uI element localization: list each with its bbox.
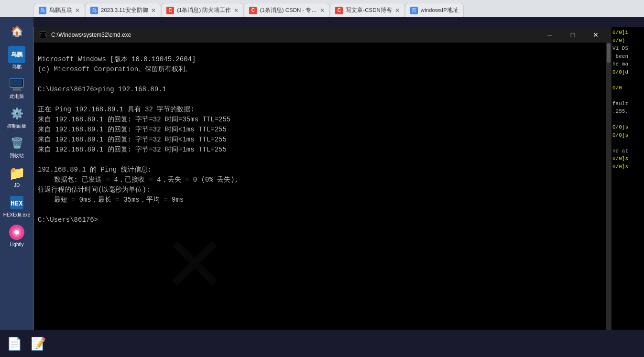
jd-icon: 📁 (8, 164, 25, 182)
lightly-icon (8, 224, 25, 241)
tab-close-4[interactable]: ✕ (320, 7, 325, 14)
cmd-minimize-button[interactable]: ─ (539, 27, 561, 43)
desktop-icon-jd[interactable]: 📁 JD (2, 162, 31, 190)
cmd-scrollbar[interactable] (606, 43, 611, 332)
computer-label: 此电脑 (10, 94, 24, 99)
cmd-window: C:\ C:\Windows\system32\cmd.exe ─ □ ✕ Mi… (33, 27, 612, 333)
tab-security[interactable]: 鸟 2023.3.11安全防御 ✕ (85, 3, 161, 17)
desktop-icon-panel: 🏠 鸟鹏 鸟鹏 此电脑 ⚙️ 控制面板 🗑️ 回收站 📁 JD (0, 17, 33, 330)
desktop-icon-hexedit[interactable]: HEX HEXEdit.exe (2, 192, 31, 220)
hexedit-label: HEXEdit.exe (3, 212, 31, 218)
router-log-panel: 0/0]i 0/0) V1 DS been he ma 0/0]d 0/0 fa… (611, 27, 644, 333)
lightly-label: Lightly (10, 242, 24, 248)
router-log-text: 0/0]i 0/0) V1 DS been he ma 0/0]d 0/0 fa… (611, 27, 644, 173)
svg-rect-3 (13, 88, 21, 90)
tab-label-5: 写文章-CSDN博客 (346, 7, 392, 14)
tab-label-4: (1条消息) CSDN - 专业 (260, 7, 317, 14)
cmd-line-8: 来自 192.168.89.1 的回复: 字节=32 时间<1ms TTL=25… (38, 126, 227, 133)
cmd-window-controls: ─ □ ✕ (539, 27, 607, 43)
tab-close-3[interactable]: ✕ (234, 7, 239, 14)
cmd-line-14: 往返行程的估计时间(以毫秒为单位): (38, 186, 150, 194)
cmd-line-15: 最短 = 0ms，最长 = 35ms，平均 = 9ms (38, 196, 184, 204)
desktop-icon-recycle[interactable]: 🗑️ 回收站 (2, 133, 31, 161)
tab-close-5[interactable]: ✕ (395, 7, 400, 14)
tab-label-6: windowsIP地址 (421, 7, 458, 14)
tab-favicon-6: 百 (410, 7, 418, 14)
tab-write-csdn[interactable]: C 写文章-CSDN博客 ✕ (330, 3, 404, 17)
tab-favicon-4: C (249, 7, 257, 14)
jd-label: JD (14, 183, 20, 188)
cmd-output-text: Microsoft Windows [版本 10.0.19045.2604] (… (38, 44, 608, 235)
cmd-window-icon: C:\ (39, 31, 47, 39)
cmd-line-2: (c) Microsoft Corporation。保留所有权利。 (38, 65, 192, 73)
cmd-line-4: C:\Users\86176>ping 192.168.89.1 (38, 86, 166, 93)
cmd-restore-button[interactable]: □ (562, 27, 584, 43)
niupeng-icon: 鸟鹏 (8, 46, 25, 63)
desktop-icon-lightly[interactable]: Lightly (2, 222, 31, 249)
svg-rect-4 (12, 90, 22, 91)
control-panel-label: 控制面板 (7, 123, 26, 129)
svg-point-9 (14, 230, 19, 235)
tab-label-1: 鸟鹏互联 (49, 7, 72, 14)
tab-firewall1[interactable]: C (1条消息) 防火墙工作 ✕ (161, 3, 244, 17)
cmd-line-1: Microsoft Windows [版本 10.0.19045.2604] (38, 55, 196, 63)
tab-csdn1[interactable]: C (1条消息) CSDN - 专业 ✕ (244, 3, 330, 17)
cmd-line-13: 数据包: 已发送 = 4，已接收 = 4，丢失 = 0 (0% 丢失), (38, 176, 239, 184)
tab-label-2: 2023.3.11安全防御 (101, 7, 148, 14)
desktop-icon-niupeng[interactable]: 鸟鹏 鸟鹏 (2, 44, 31, 72)
svg-text:HEX: HEX (11, 199, 23, 207)
tab-windows-ip[interactable]: 百 windowsIP地址 (405, 3, 464, 17)
tab-close-1[interactable]: ✕ (75, 7, 80, 14)
taskbar: 📄 📝 (0, 330, 644, 357)
control-panel-icon: ⚙️ (8, 105, 25, 122)
cmd-scrollbar-thumb[interactable] (607, 43, 611, 63)
tab-favicon-3: C (166, 7, 174, 14)
desktop-icon-control-panel[interactable]: ⚙️ 控制面板 (2, 103, 31, 131)
cmd-line-7: 来自 192.168.89.1 的回复: 字节=32 时间=35ms TTL=2… (38, 116, 230, 123)
tab-favicon-5: C (335, 7, 343, 14)
tab-niupeng[interactable]: 鸟 鸟鹏互联 ✕ (33, 3, 85, 17)
tab-close-2[interactable]: ✕ (151, 7, 156, 14)
cmd-output-area[interactable]: Microsoft Windows [版本 10.0.19045.2604] (… (34, 43, 611, 332)
cmd-title: C:\Windows\system32\cmd.exe (51, 32, 535, 38)
niupeng-label: 鸟鹏 (12, 64, 22, 70)
desktop-icon-computer[interactable]: 此电脑 (2, 74, 31, 101)
cmd-line-12: 192.168.89.1 的 Ping 统计信息: (38, 166, 152, 173)
cmd-line-9: 来自 192.168.89.1 的回复: 字节=32 时间<1ms TTL=25… (38, 136, 227, 143)
cmd-line-6: 正在 Ping 192.168.89.1 具有 32 字节的数据: (38, 106, 195, 113)
desktop-icon-home[interactable]: 🏠 (2, 21, 31, 42)
tab-label-3: (1条消息) 防火墙工作 (177, 7, 231, 14)
taskbar-pdf-icon[interactable]: 📄 (4, 333, 25, 354)
tab-favicon-2: 鸟 (90, 7, 98, 14)
svg-rect-2 (11, 79, 22, 86)
taskbar-word-icon[interactable]: 📝 (28, 333, 49, 354)
hexedit-icon: HEX (8, 194, 25, 211)
cmd-titlebar[interactable]: C:\ C:\Windows\system32\cmd.exe ─ □ ✕ (34, 27, 611, 43)
home-icon: 🏠 (8, 23, 25, 40)
cmd-close-button[interactable]: ✕ (585, 27, 607, 43)
cmd-line-10: 来自 192.168.89.1 的回复: 字节=32 时间=1ms TTL=25… (38, 146, 227, 153)
browser-tabs-bar: 鸟 鸟鹏互联 ✕ 鸟 2023.3.11安全防御 ✕ C (1条消息) 防火墙工… (0, 0, 644, 17)
recycle-label: 回收站 (10, 153, 24, 159)
tab-favicon-1: 鸟 (39, 7, 46, 14)
computer-icon (8, 76, 25, 93)
recycle-icon: 🗑️ (8, 135, 25, 152)
cmd-line-17: C:\Users\86176> (38, 216, 98, 224)
